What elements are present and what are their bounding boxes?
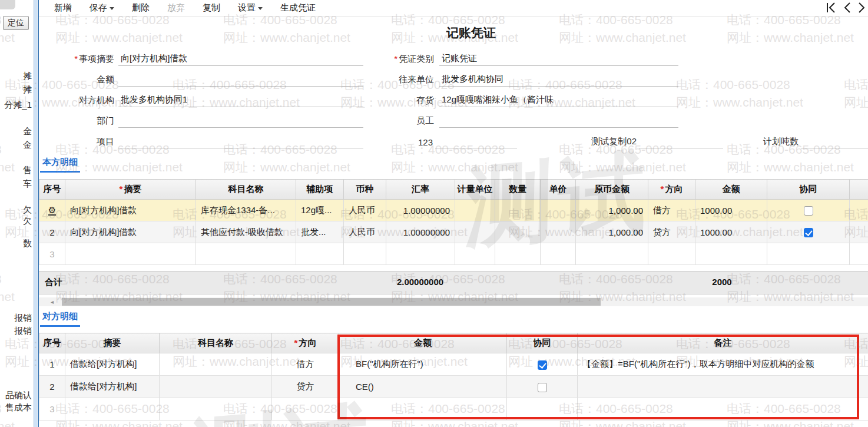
cell-direction[interactable]: 贷方 bbox=[272, 376, 339, 398]
sidebar-item-fragment[interactable]: 报销 bbox=[14, 313, 32, 324]
sidebar-item-fragment[interactable]: 报销 bbox=[14, 326, 32, 337]
cell-orig-amount[interactable]: 1,000.00 bbox=[576, 200, 648, 221]
totals-amount: 2000 bbox=[687, 277, 757, 287]
sidebar-item-fragment[interactable]: 分摊_1 bbox=[4, 100, 32, 111]
sidebar-item-fragment[interactable]: 欠 bbox=[23, 216, 32, 227]
sidebar-item-fragment[interactable]: 金 bbox=[23, 140, 32, 151]
next-record-icon[interactable] bbox=[857, 1, 867, 14]
table-row: 2 借款给[对方机构] 贷方 CE() bbox=[39, 376, 868, 398]
field-custom-tonnage: 计划吨数 bbox=[740, 133, 868, 148]
sidebar-divider[interactable] bbox=[34, 0, 39, 427]
scrollbar-thumb[interactable] bbox=[62, 298, 601, 306]
counterparty-table-wrap: 序号 摘要 科目名称 *方向 金额 协同 备注 1 借款给[对方机构] 借方 bbox=[39, 333, 868, 421]
cell-summary[interactable]: 借款给[对方机构] bbox=[65, 376, 160, 398]
cell-aux[interactable]: 批发... bbox=[296, 221, 344, 243]
field-custom-123: 123 bbox=[374, 133, 517, 148]
cell-account[interactable] bbox=[160, 353, 272, 376]
discard-button: 放弃 bbox=[167, 2, 185, 14]
collab-checkbox[interactable] bbox=[804, 228, 813, 237]
cell-price[interactable] bbox=[541, 200, 576, 221]
cell-aux[interactable]: 12g嘎... bbox=[296, 200, 344, 221]
counter-org-input[interactable]: 批发多机构协同1 bbox=[118, 94, 363, 107]
inventory-input[interactable]: 12g嘎嘎嘴湘辣小鱼（酱汁味 bbox=[439, 94, 678, 107]
cell-note[interactable]: 【金额】=BF("机构所在行")，取本方明细中对应机构的金额 bbox=[578, 353, 868, 376]
cell-rate[interactable]: 1.00000000 bbox=[386, 200, 455, 221]
cell-currency[interactable]: 人民币 bbox=[344, 200, 386, 221]
toolbar: 新增 保存 删除 放弃 复制 设置 生成凭证 bbox=[39, 0, 868, 16]
sidebar-item-fragment[interactable]: 摊 bbox=[23, 71, 32, 82]
employee-input[interactable] bbox=[439, 126, 678, 128]
cell-note[interactable] bbox=[578, 376, 868, 398]
locate-button[interactable]: 定位 bbox=[3, 16, 29, 30]
cell-amount[interactable]: 1000.00 bbox=[695, 221, 767, 243]
voucher-type-input[interactable]: 记账凭证 bbox=[439, 53, 678, 66]
cell-seq[interactable]: 2 bbox=[39, 376, 65, 398]
cell-seq[interactable]: 3 bbox=[39, 243, 65, 265]
cell-amount-formula[interactable]: CE() bbox=[339, 376, 507, 398]
sidebar-item-fragment[interactable]: 品确认 bbox=[5, 390, 32, 401]
left-sidebar: 定位 摊 摊 分摊_1 金 金 售 车 欠 欠 数 报销 报销 品确认 售成本 bbox=[0, 0, 34, 427]
cell-amount-formula[interactable]: BF("机构所在行") bbox=[339, 353, 507, 376]
collab-checkbox[interactable] bbox=[538, 360, 547, 370]
table-header-row: 序号 摘要 科目名称 *方向 金额 协同 备注 bbox=[39, 333, 868, 353]
sidebar-item-fragment[interactable]: 售成本 bbox=[5, 402, 32, 413]
save-button[interactable]: 保存 bbox=[90, 2, 114, 14]
amount-input[interactable] bbox=[118, 85, 363, 87]
tab-counterparty-detail[interactable]: 对方明细 bbox=[40, 311, 80, 327]
cell-qty[interactable] bbox=[495, 200, 541, 221]
delete-button[interactable]: 删除 bbox=[132, 2, 150, 14]
sidebar-item-fragment[interactable]: 数 bbox=[23, 238, 32, 249]
custom-123-input[interactable] bbox=[435, 147, 517, 148]
new-button[interactable]: 新增 bbox=[54, 2, 72, 14]
sidebar-item-fragment[interactable]: 车 bbox=[23, 178, 32, 190]
sidebar-item-fragment[interactable]: 金 bbox=[23, 126, 32, 137]
settings-button[interactable]: 设置 bbox=[238, 2, 263, 14]
copy-button[interactable]: 复制 bbox=[203, 2, 220, 14]
cell-direction[interactable]: 借方 bbox=[648, 200, 695, 221]
custom-tonnage-input[interactable] bbox=[801, 147, 868, 148]
cell-account[interactable]: 其他应付款-吸收借款 bbox=[196, 221, 296, 243]
cell-account[interactable]: 库存现金1334-备... bbox=[196, 200, 296, 221]
collab-checkbox[interactable] bbox=[804, 206, 813, 216]
scroll-left-arrow-icon[interactable]: ◂ bbox=[51, 299, 54, 305]
cell-amount[interactable]: 1000.00 bbox=[695, 200, 767, 221]
cell-direction[interactable]: 借方 bbox=[272, 353, 339, 376]
cell-summary[interactable]: 向[对方机构]借款 bbox=[65, 221, 196, 243]
partner-input[interactable]: 批发多机构协同 bbox=[439, 74, 678, 87]
cell-account[interactable] bbox=[160, 376, 272, 398]
sidebar-item-fragment[interactable]: 售 bbox=[23, 165, 32, 176]
totals-bar: 合计 2.00000000 2000 bbox=[39, 271, 868, 294]
cell-orig-amount[interactable]: 1,000.00 bbox=[576, 221, 648, 243]
generate-voucher-button[interactable]: 生成凭证 bbox=[280, 2, 316, 14]
field-amount: 金额 bbox=[42, 71, 367, 87]
totals-label: 合计 bbox=[45, 277, 62, 288]
sidebar-item-fragment[interactable]: 欠 bbox=[23, 204, 32, 216]
project-input[interactable] bbox=[118, 147, 363, 148]
field-voucher-type: *凭证类别 记账凭证 bbox=[375, 51, 681, 66]
local-detail-table: 序号 *摘要 科目名称 辅助项 币种 汇率 计量单位 数量 单价 原币金额 *方… bbox=[39, 179, 868, 265]
cell-qty[interactable] bbox=[495, 221, 541, 243]
counterparty-detail-table: 序号 摘要 科目名称 *方向 金额 协同 备注 1 借款给[对方机构] 借方 bbox=[39, 333, 868, 421]
sidebar-item-fragment[interactable]: 摊 bbox=[23, 84, 32, 95]
cell-summary[interactable]: 向[对方机构]借款 bbox=[65, 200, 196, 221]
field-custom-testcopy: 测试复制02 bbox=[578, 133, 723, 148]
previous-record-icon[interactable] bbox=[842, 1, 852, 14]
cell-rate[interactable]: 1.00000000 bbox=[386, 221, 455, 243]
collab-checkbox[interactable] bbox=[538, 383, 547, 392]
cell-summary[interactable]: 借款给[对方机构] bbox=[65, 353, 160, 376]
department-input[interactable] bbox=[118, 126, 363, 128]
custom-testcopy-input[interactable] bbox=[639, 147, 723, 148]
cell-unit[interactable] bbox=[455, 221, 495, 243]
tab-local-detail[interactable]: 本方明细 bbox=[40, 157, 80, 173]
cell-currency[interactable]: 人民币 bbox=[344, 221, 386, 243]
first-record-icon[interactable] bbox=[826, 1, 836, 14]
row-settings-gear-icon[interactable]: ⚙ bbox=[48, 206, 56, 216]
cell-price[interactable] bbox=[541, 221, 576, 243]
cell-seq[interactable]: 3 bbox=[39, 398, 65, 421]
cell-seq[interactable]: 1 bbox=[39, 353, 65, 376]
cell-seq[interactable]: 2 bbox=[39, 221, 65, 243]
cell-unit[interactable] bbox=[455, 200, 495, 221]
cell-direction[interactable]: 贷方 bbox=[648, 221, 695, 243]
summary-input[interactable]: 向[对方机构]借款 bbox=[118, 53, 363, 66]
horizontal-scrollbar[interactable]: ◂ bbox=[39, 297, 868, 306]
